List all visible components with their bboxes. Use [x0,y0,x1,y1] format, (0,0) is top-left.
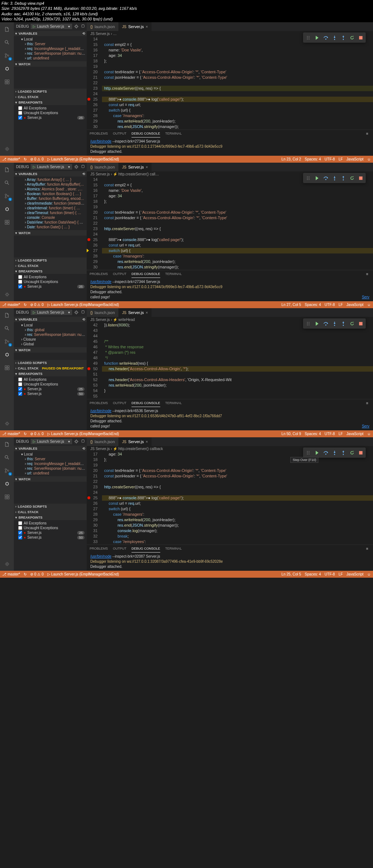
debug-console-output[interactable]: /usr/bin/node --inspect-brk=27344 Server… [87,137,373,156]
status-sync[interactable]: ↻ [24,572,27,576]
code-line[interactable]: const jsonHeader = { 'Access-Control-All… [102,75,373,80]
line-number[interactable]: 23 [87,226,98,232]
status-sync[interactable]: ↻ [24,157,27,161]
stop-button[interactable] [357,174,365,182]
line-number[interactable]: 22 [87,221,98,226]
breakpoint-all-exceptions[interactable]: All Exceptions [16,521,87,526]
line-number[interactable]: 44 [87,333,98,339]
problems-tab[interactable]: PROBLEMS [90,399,108,407]
status-launch[interactable]: ▷ Launch Server.js (EmplManagerBackEnd) [47,432,119,436]
status-errors[interactable]: ⊘ 0 ⚠ 0 [30,303,43,307]
line-number[interactable]: 20 [87,69,98,75]
line-number[interactable]: 15 [87,42,98,47]
code-line[interactable]: age: 34 [102,193,373,199]
step-into-button[interactable] [330,319,338,328]
status-feedback[interactable]: ☺ [367,432,371,436]
breakpoint-all-exceptions[interactable]: All Exceptions [16,275,87,279]
line-number[interactable]: 18 [87,457,98,462]
variable-row[interactable]: › console: Console [16,215,87,220]
line-number[interactable]: 17 [87,452,98,457]
code-line[interactable]: const empl2 = { [102,182,373,188]
code-line[interactable]: case '/employees': [102,539,373,545]
settings-icon[interactable] [3,560,11,568]
tab-server-js[interactable]: JS Server.js× [118,163,152,171]
line-number[interactable]: 28 [87,512,98,517]
status-language[interactable]: JavaScript [346,432,364,436]
breakpoint-uncaught-exceptions[interactable]: Uncaught Exceptions [16,111,87,115]
line-number[interactable]: 28 [87,113,98,119]
breakpoint-item[interactable]: ● Server.js25 [16,387,87,391]
code-line[interactable]: case '/managers': [102,113,373,119]
variable-row[interactable]: › this: global [16,328,87,332]
source-control-icon[interactable]: 1 [3,51,11,59]
search-icon[interactable] [3,324,11,332]
line-number[interactable]: 50 [87,366,98,372]
status-launch[interactable]: ▷ Launch Server.js (EmplManagerBackEnd) [47,157,119,161]
step-into-button[interactable] [330,34,338,42]
breakpoint-item[interactable]: ● Server.js25 [16,284,87,289]
variable-row[interactable]: › Buffer: function Buffer(arg, encod… [16,196,87,201]
gear-icon[interactable] [74,24,79,29]
line-number[interactable]: 26 [87,501,98,506]
line-number[interactable]: 18 [87,199,98,204]
code-line[interactable]: 888">● console.888">● log('called page!'… [102,97,373,102]
code-line[interactable]: const url = req.url; [102,243,373,248]
stop-button[interactable] [357,319,365,328]
source-control-icon[interactable]: 1 [3,466,11,474]
code-line[interactable]: const textHeader = { 'Access-Control-All… [102,210,373,215]
code-editor[interactable]: }).listen(8080);/** * Writes the respons… [102,322,373,399]
search-icon[interactable] [3,179,11,187]
code-line[interactable]: age: 34 [102,53,373,58]
code-line[interactable]: res.end(JSON.stringify(manager)); [102,523,373,528]
status-language[interactable]: JavaScript [346,157,364,161]
code-line[interactable]: name: 'Doe Vasile', [102,47,373,53]
code-line[interactable]: res.writeHead(200, jsonHeader); [102,383,373,388]
code-line[interactable]: const textHeader = { 'Access-Control-All… [102,69,373,75]
console-icon[interactable]: ▢ [81,439,85,444]
gutter[interactable]: 4243444546474849505152535455 [87,322,102,399]
variable-row[interactable]: › clearInterval: function (timer) { … [16,206,87,210]
line-number[interactable]: 23 [87,484,98,490]
line-number[interactable]: 54 [87,388,98,394]
status-eol[interactable]: LF [338,303,343,307]
breakpoint-uncaught-exceptions[interactable]: Uncaught Exceptions [16,382,87,387]
line-number[interactable]: 25 [87,237,98,243]
line-number[interactable]: 22 [87,479,98,484]
line-number[interactable]: 26 [87,243,98,248]
code-editor[interactable]: const empl2 = { name: 'Doe Vasile', age:… [102,177,373,270]
line-number[interactable]: 16 [87,47,98,53]
drag-handle-icon[interactable] [304,449,312,457]
console-link[interactable]: /usr/bin/node [90,280,111,284]
variable-row[interactable]: › res: ServerResponse {domain: null,… [16,332,87,337]
line-number[interactable]: 45 [87,339,98,344]
status-language[interactable]: JavaScript [346,572,364,576]
code-line[interactable]: * @param {*} res [102,350,373,355]
status-feedback[interactable]: ☺ [367,303,371,307]
step-over-button[interactable] [322,174,330,182]
tab-launch-json[interactable]: {} launch.json [87,437,118,446]
code-line[interactable] [102,328,373,333]
code-line[interactable] [102,333,373,339]
status-position[interactable]: Ln 50, Col 9 [282,432,301,436]
restart-button[interactable] [348,319,356,328]
status-eol[interactable]: LF [338,572,343,576]
stop-button[interactable] [357,34,365,42]
code-line[interactable]: }; [102,199,373,204]
status-position[interactable]: Ln 25, Col 5 [282,572,301,576]
drag-handle-icon[interactable] [304,319,312,328]
drag-handle-icon[interactable] [304,174,312,182]
terminal-tab[interactable]: TERMINAL [165,545,182,553]
gutter[interactable]: 1415161718192021222324252627282930 [87,177,102,270]
line-number[interactable]: 18 [87,58,98,64]
call-stack-header[interactable]: › CALL STACK [14,509,87,515]
gear-icon[interactable] [74,439,79,444]
gutter[interactable]: 1718192021222324252627282930313233 [87,452,102,545]
line-number[interactable]: 27 [87,248,98,253]
code-line[interactable]: function writeHead(res) { [102,361,373,366]
debug-icon[interactable] [3,205,11,213]
line-number[interactable]: 55 [87,394,98,399]
code-line[interactable]: res.header('Access-Control-Allow-Headers… [102,377,373,383]
code-line[interactable] [102,490,373,495]
code-line[interactable] [102,462,373,468]
line-number[interactable]: 31 [87,528,98,534]
